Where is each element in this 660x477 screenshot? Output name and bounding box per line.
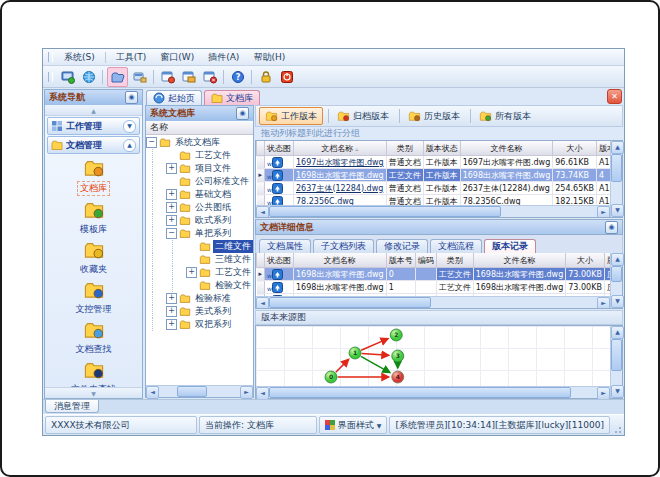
chevron-up-icon[interactable]: ▲	[123, 139, 136, 152]
collapse-strip-bottom[interactable]: ▼	[45, 387, 142, 398]
cell[interactable]: A1	[596, 182, 610, 195]
cell[interactable]: 1698出水嘴零件图.dwg	[473, 281, 566, 294]
column-header-版本号[interactable]: 版本号	[386, 253, 415, 268]
tree-node-检验标准[interactable]: +检验标准	[146, 292, 253, 305]
collapse-strip-top[interactable]: ▲	[45, 105, 142, 116]
column-header-编码[interactable]: 编码	[415, 253, 436, 268]
expand-icon[interactable]: +	[166, 306, 177, 317]
expand-icon[interactable]: +	[166, 163, 177, 174]
cell[interactable]: 普通文档	[386, 182, 423, 195]
tree-node-公司标准文件[interactable]: 公司标准文件	[146, 175, 253, 188]
scroll-right-icon[interactable]: ►	[597, 297, 610, 308]
toolbar-button-9[interactable]	[256, 68, 275, 86]
cell[interactable]	[415, 281, 436, 294]
toolbar-button-8[interactable]: ?	[228, 68, 247, 86]
cell[interactable]: 1698出水嘴零件图.dwg	[294, 268, 387, 281]
tree-node-单把系列[interactable]: −单把系列	[146, 227, 253, 240]
sidebar-section-文档管理[interactable]: 文档管理▲	[47, 136, 140, 154]
sidebar-item-模板库[interactable]: 模板库	[80, 200, 107, 236]
cell[interactable]: 73.00KB	[566, 281, 605, 294]
cell[interactable]: 1698出水嘴零件图.dwg	[460, 169, 553, 182]
toolbar-button-2[interactable]	[79, 68, 98, 86]
document-name-cell[interactable]: 1697出水嘴零件图.dwg	[294, 156, 387, 169]
toolbar-button-7[interactable]	[200, 68, 219, 86]
toolbar-button-10[interactable]	[277, 68, 296, 86]
version-button-工作版本[interactable]: 工作版本	[259, 107, 323, 125]
cell[interactable]: 1	[386, 281, 415, 294]
scroll-down-icon[interactable]: ▼	[611, 204, 624, 217]
collapse-icon[interactable]: −	[146, 137, 157, 148]
tree-node-美式系列[interactable]: +美式系列	[146, 305, 253, 318]
tree-node-基础文档[interactable]: +基础文档	[146, 188, 253, 201]
cell[interactable]: 工艺文件	[386, 169, 423, 182]
cell[interactable]: 普通文档	[386, 195, 423, 206]
detail-tab-文档流程[interactable]: 文档流程	[430, 239, 482, 253]
tree-node-项目文件[interactable]: +项目文件	[146, 162, 253, 175]
version-source-graph[interactable]: 01234	[256, 326, 610, 386]
close-tab-button[interactable]: ✕	[607, 89, 622, 104]
tab-起始页[interactable]: 起始页	[146, 90, 202, 105]
cell[interactable]	[415, 268, 436, 281]
table-row[interactable]: w2637主体(12284).dwg普通文档工作版本2637主体(12284).…	[257, 182, 611, 195]
cell[interactable]: 工作版本	[423, 169, 460, 182]
toolbar-button-1[interactable]	[58, 68, 77, 86]
tree-node-系统文档库[interactable]: −系统文档库	[146, 136, 253, 149]
sidebar-item-文件夹查找[interactable]: 文件夹查找	[71, 360, 116, 387]
version-node-0[interactable]: 0	[325, 371, 337, 383]
expand-icon[interactable]: +	[166, 293, 177, 304]
column-header-文档名称[interactable]: 文档名称	[294, 253, 387, 268]
sidebar-item-收藏夹[interactable]: 收藏夹	[80, 240, 107, 276]
column-header-状态图[interactable]: 状态图	[265, 253, 294, 268]
graph-horizontal-scrollbar[interactable]: ◄ ►	[256, 386, 610, 398]
scroll-left-icon[interactable]: ◄	[256, 297, 269, 308]
document-name-cell[interactable]: 2637主体(12284).dwg	[294, 182, 387, 195]
grid1-horizontal-scrollbar[interactable]: ◄ ►	[256, 205, 610, 217]
toolbar-grip[interactable]	[48, 72, 53, 82]
sidebar-item-文档库[interactable]: 文档库	[77, 158, 110, 196]
toolbar-button-3[interactable]	[107, 67, 128, 87]
table-row[interactable]: w78.2356C.dwg普通文档工作版本78.2356C.dwg182.15K…	[257, 195, 611, 206]
grid2-vertical-scrollbar[interactable]: ▲ ▼	[610, 253, 622, 308]
status-icon[interactable]: w	[265, 268, 294, 281]
tree-node-公共图纸[interactable]: +公共图纸	[146, 201, 253, 214]
detail-tab-文档属性[interactable]: 文档属性	[259, 239, 311, 253]
column-header-文档名称[interactable]: 文档名称▵	[294, 141, 387, 156]
scroll-down-icon[interactable]: ▼	[611, 295, 624, 308]
chevron-down-icon[interactable]: ▼	[123, 120, 136, 133]
status-icon[interactable]: w	[265, 169, 294, 182]
grid2-horizontal-scrollbar[interactable]: ◄ ►	[256, 296, 610, 308]
cell[interactable]: A1	[596, 156, 610, 169]
status-icon[interactable]: w	[265, 182, 294, 195]
tree-node-欧式系列[interactable]: +欧式系列	[146, 214, 253, 227]
sidebar-section-工作管理[interactable]: 工作管理▼	[47, 117, 140, 135]
cell[interactable]: 工作版本	[423, 195, 460, 206]
cell[interactable]: 4	[596, 169, 610, 182]
menu-item-4[interactable]: 插件(A)	[201, 50, 246, 65]
cell[interactable]: 96.61KB	[553, 156, 597, 169]
menubar-grip[interactable]	[48, 52, 53, 62]
scroll-up-icon[interactable]: ▲	[611, 141, 624, 154]
table-row[interactable]: w1698出水嘴零件图.dwg1工艺文件1698出水嘴零件图.dwg73.00K…	[257, 281, 611, 294]
column-header-版本状态[interactable]: 版本状态	[423, 141, 460, 156]
menu-item-3[interactable]: 窗口(W)	[153, 50, 201, 65]
column-header-大小[interactable]: 大小	[566, 253, 605, 268]
cell[interactable]: A1	[596, 195, 610, 206]
column-header-类别[interactable]: 类别	[386, 141, 423, 156]
scroll-up-icon[interactable]: ▲	[611, 326, 624, 339]
cell[interactable]: 182.15KB	[553, 195, 597, 206]
menu-item-1[interactable]: 系统(S)	[57, 50, 102, 65]
version-button-所有版本[interactable]: 所有版本	[474, 108, 536, 124]
cell[interactable]: 1698出水嘴零件图.dwg	[473, 268, 566, 281]
pin-icon[interactable]: ◉	[236, 107, 249, 120]
table-row[interactable]: w1697出水嘴零件图.dwg普通文档工作版本1697出水嘴零件图.dwg96.…	[257, 156, 611, 169]
expand-icon[interactable]: +	[186, 267, 197, 278]
message-manage-tab[interactable]: 消息管理	[45, 400, 99, 413]
status-icon[interactable]: w	[265, 195, 294, 206]
column-header-文件名称[interactable]: 文件名称	[473, 253, 566, 268]
graph-vertical-scrollbar[interactable]: ▲ ▼	[610, 326, 622, 398]
table-row[interactable]: ▸w1698出水嘴零件图.dwg工艺文件工作版本1698出水嘴零件图.dwg73…	[257, 169, 611, 182]
interface-style-selector[interactable]: 界面样式 ▼	[319, 416, 388, 434]
expand-icon[interactable]: +	[166, 319, 177, 330]
column-header-文件名称[interactable]: 文件名称	[460, 141, 553, 156]
scroll-right-icon[interactable]: ►	[597, 206, 610, 217]
